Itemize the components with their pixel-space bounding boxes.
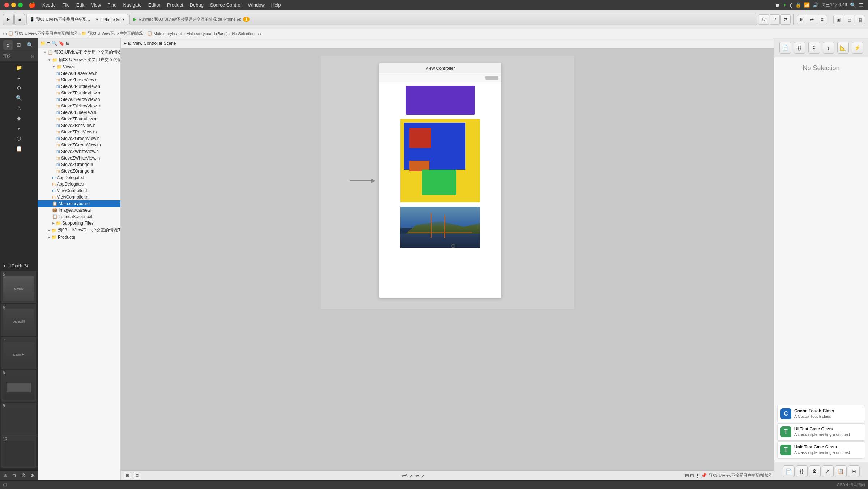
nav-views-folder[interactable]: ▼ 📁 Views [38,64,120,70]
connections-inspector-btn[interactable]: ⚡ [852,42,863,54]
add-btn[interactable]: ⊕ [31,54,35,59]
start-icon[interactable]: ⌂ [3,40,13,50]
attributes-inspector-btn[interactable]: ↕ [823,42,834,54]
identity-inspector-btn[interactable]: 🎛 [808,42,820,54]
nav-icon-issue[interactable]: ⚠ [1,103,36,113]
debug-panel-toggle[interactable]: ▤ [844,15,854,24]
menu-help[interactable]: Help [271,2,281,8]
canvas-container[interactable]: View Controller [121,48,774,470]
nav-file-13[interactable]: m SteveZWhiteView.h [38,148,120,155]
version-editor-btn[interactable]: ≡ [817,15,827,24]
menu-file[interactable]: File [62,2,70,8]
nav-project-root[interactable]: ▼ 📋 预03-UIView不接受用户交互的情况 [38,48,120,56]
menu-xcode[interactable]: Xcode [42,2,56,8]
breadcrumb-item-4[interactable]: Main.storyboard (Base) [186,31,227,36]
zoom-reset-btn[interactable]: ⊡ [124,472,131,479]
bl-filter-btn[interactable]: ⊡ [10,471,18,480]
nav-launchscreen[interactable]: 📋 LaunchScreen.xib [38,213,120,220]
nav-back-btn[interactable]: ‹ [3,31,4,36]
yellow-container[interactable] [400,119,480,202]
filmstrip-item-6[interactable]: 6 UIView用 [1,304,36,336]
nav-file-3[interactable]: m SteveZPurpleView.h [38,83,120,90]
search-nav-icon[interactable]: 🔍 [25,40,34,50]
search-icon[interactable]: 🔍 [850,2,856,8]
doc-icon-btn[interactable]: 📋 [835,465,847,477]
nav-main-storyboard[interactable]: 📋 Main.storyboard [38,200,120,207]
layout-icon-btn[interactable]: ⊞ [848,465,860,477]
nav-file-20[interactable]: m ViewController.m [38,194,120,200]
menu-find[interactable]: Find [107,2,116,8]
size-inspector-btn[interactable]: 📐 [837,42,849,54]
nav-forward-btn[interactable]: › [6,31,7,36]
nav-folder-icon[interactable]: 📁 [40,41,46,46]
breadcrumb-nav-back[interactable]: ‹ [258,31,259,36]
right-panel-toggle[interactable]: ▧ [855,15,865,24]
nav-file-6[interactable]: m SteveZYellowView.m [38,103,120,109]
code-icon-btn[interactable]: {} [796,465,808,477]
menu-debug[interactable]: Debug [190,2,204,8]
minimize-button[interactable] [11,3,16,7]
filmstrip-item-5[interactable]: 5 UIView [1,271,36,303]
nav-icon-symbol[interactable]: ⚙ [1,83,36,93]
assistant-editor-btn[interactable]: ⇌ [807,15,817,24]
menu-window[interactable]: Window [248,2,265,8]
nav-icon-report[interactable]: 📋 [1,144,36,153]
filmstrip-item-10[interactable]: 10 [1,435,36,468]
menu-editor[interactable]: Editor [148,2,161,8]
maximize-button[interactable] [18,3,23,7]
ui-test-class-item[interactable]: T UI Test Case Class A class implementin… [777,423,865,441]
nav-file-2[interactable]: m SteveZBaseView.m [38,77,120,83]
arrow-icon-btn[interactable]: ↗ [822,465,834,477]
view-controller-card[interactable]: View Controller [379,63,502,298]
nav-file-1[interactable]: m SteveZBaseView.h [38,70,120,77]
menu-view[interactable]: View [91,2,101,8]
nav-icon-breakpoint[interactable]: ⬡ [1,134,36,143]
purple-view[interactable] [406,86,475,115]
zoom-fit-btn[interactable]: ⊡ [133,472,140,479]
filmstrip-item-7[interactable]: 7 NSSet对 [1,337,36,369]
environment-override[interactable]: ⇄ [780,14,791,25]
file-inspector-btn[interactable]: 📄 [779,42,791,54]
nav-bookmark-icon[interactable]: 🔖 [59,41,64,46]
green-box[interactable] [422,170,456,195]
scheme-selector[interactable]: 📱 预03-UIView不接受用户交互的情况 ▼ | iPhone 6s ▼ [26,14,128,25]
nav-source-icon[interactable]: ≡ [47,41,50,46]
menu-source-control[interactable]: Source Control [210,2,242,8]
cocoa-touch-class-item[interactable]: C Cocoa Touch Class A Cocoa Touch class [777,405,865,422]
nav-grid-icon[interactable]: ⊞ [66,41,70,46]
location-simulate[interactable]: ↺ [770,14,780,25]
breadcrumb-nav-forward[interactable]: › [260,31,261,36]
nav-file-19[interactable]: m ViewController.h [38,187,120,194]
blue-inner[interactable] [404,123,465,170]
standard-editor-btn[interactable]: ⊞ [797,15,807,24]
nav-icon-find[interactable]: 🔍 [1,93,36,103]
breadcrumb-item-5[interactable]: No Selection [232,31,254,36]
nav-icon-debug[interactable]: ▸ [1,124,36,133]
breakpoint-toggle[interactable]: ⬡ [759,14,769,25]
gear-icon-btn[interactable]: ⚙ [809,465,821,477]
apple-menu-icon[interactable]: 🍎 [29,1,36,8]
nav-file-8[interactable]: m SteveZBlueView.m [38,116,120,122]
nav-icon-folder[interactable]: 📁 [1,63,36,72]
nav-icon-test[interactable]: ◆ [1,114,36,123]
quick-help-btn[interactable]: {} [794,42,805,54]
nav-file-10[interactable]: m SteveZRedView.m [38,129,120,135]
nav-subproject[interactable]: ▼ 📁 预03-UIView不接受用户交互的情况 [38,56,120,64]
nav-search-icon[interactable]: 🔍 [51,41,57,46]
nav-file-4[interactable]: m SteveZPurpleView.m [38,90,120,96]
nav-tests-folder[interactable]: ▶ 📁 预03-UIView不…·户交互的情况Tests [38,226,120,234]
nav-file-15[interactable]: m SteveZOrange.h [38,161,120,168]
run-button[interactable]: ▶ [3,14,14,25]
breadcrumb-item-2[interactable]: 预03-UIView不…·户交互的情况 [88,31,143,36]
unit-test-class-item[interactable]: T Unit Test Case Class A class implement… [777,441,865,459]
nav-supporting-files[interactable]: ▶ 📁 Supporting Files [38,220,120,226]
bl-add-btn[interactable]: ⊕ [1,471,9,480]
nav-file-18[interactable]: m AppDelegate.m [38,181,120,187]
image-view[interactable] [400,207,480,248]
nav-file-7[interactable]: m SteveZBlueView.h [38,109,120,116]
nav-file-11[interactable]: m SteveZGreenView.h [38,135,120,142]
bl-settings-btn[interactable]: ⚙ [28,471,36,480]
nav-file-12[interactable]: m SteveZGreenView.m [38,142,120,148]
nav-file-14[interactable]: m SteveZWhiteView.m [38,155,120,161]
control-strip-icon[interactable]: ☰ [859,2,864,8]
